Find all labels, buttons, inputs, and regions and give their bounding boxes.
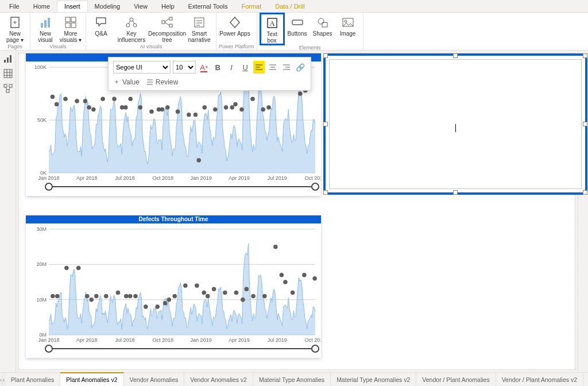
svg-point-151 — [252, 294, 256, 298]
svg-text:Jul 2019: Jul 2019 — [268, 175, 287, 181]
svg-point-91 — [203, 105, 207, 109]
ribbon-new-visual[interactable]: New visual — [33, 14, 58, 43]
underline-button[interactable]: U — [239, 61, 251, 74]
svg-point-95 — [233, 102, 237, 106]
svg-point-79 — [120, 105, 124, 109]
review-button[interactable]: Review — [146, 78, 178, 86]
svg-point-149 — [241, 298, 245, 302]
svg-point-153 — [273, 245, 277, 249]
svg-text:50K: 50K — [37, 117, 47, 123]
link-button[interactable]: 🔗 — [295, 61, 306, 74]
svg-rect-8 — [65, 23, 70, 28]
page-tab[interactable]: Vendor Anomalies v2 — [184, 373, 253, 386]
menu-format[interactable]: Format — [234, 1, 268, 12]
svg-point-134 — [124, 294, 128, 298]
align-left-button[interactable] — [253, 61, 265, 74]
ribbon-qna[interactable]: Q&A — [88, 14, 114, 43]
svg-text:Jul 2018: Jul 2018 — [115, 175, 135, 181]
menu-file[interactable]: File — [2, 1, 26, 12]
ribbon-new-page[interactable]: New page ▾ — [2, 14, 28, 43]
svg-text:Jul 2018: Jul 2018 — [115, 337, 135, 343]
svg-point-92 — [213, 107, 217, 111]
menu-view[interactable]: View — [127, 1, 154, 12]
bold-button[interactable]: B — [212, 61, 223, 74]
svg-point-94 — [230, 105, 234, 109]
ribbon-power-apps[interactable]: Power Apps — [219, 14, 251, 43]
svg-point-89 — [194, 113, 198, 117]
svg-point-161 — [312, 345, 319, 352]
font-family-select[interactable]: Segoe UI — [113, 61, 171, 74]
page-tab[interactable]: Vendor Anomalies — [124, 373, 185, 386]
svg-line-43 — [9, 87, 10, 90]
svg-rect-39 — [4, 84, 7, 87]
font-size-select[interactable]: 10 — [173, 61, 196, 74]
svg-rect-40 — [9, 84, 12, 87]
svg-point-128 — [76, 266, 80, 270]
font-color-button[interactable]: A▾ — [198, 61, 210, 74]
svg-point-140 — [167, 298, 171, 302]
page-tab[interactable]: Vendor / Plant Anomalies — [416, 373, 496, 386]
svg-point-82 — [138, 105, 142, 109]
page-tab[interactable]: Vendor / Plant Anomalies v2 — [496, 373, 583, 386]
report-view-icon[interactable] — [3, 54, 13, 63]
model-view-icon[interactable] — [3, 84, 13, 93]
svg-point-87 — [176, 110, 180, 114]
svg-point-160 — [45, 345, 52, 352]
svg-text:100K: 100K — [34, 64, 47, 70]
menu-home[interactable]: Home — [26, 1, 57, 12]
ribbon-text-box[interactable]: AText box — [260, 13, 285, 45]
svg-rect-9 — [71, 23, 76, 28]
svg-text:Oct 2019: Oct 2019 — [305, 175, 321, 181]
svg-text:Apr 2019: Apr 2019 — [229, 175, 250, 181]
svg-point-141 — [173, 294, 177, 298]
menu-modeling[interactable]: Modeling — [88, 1, 127, 12]
svg-line-14 — [133, 21, 134, 24]
page-tab[interactable]: Plant Anomalies — [5, 373, 60, 386]
data-view-icon[interactable] — [3, 69, 13, 78]
page-tab[interactable]: Material Type Anomalies v2 — [331, 373, 416, 386]
align-right-button[interactable] — [281, 61, 292, 74]
svg-point-130 — [90, 298, 94, 302]
menu-insert[interactable]: Insert — [57, 1, 88, 12]
svg-rect-16 — [169, 17, 172, 20]
ribbon-key-influencers[interactable]: Key influencers — [114, 14, 149, 43]
svg-point-98 — [261, 107, 265, 111]
chart-card-2[interactable]: Defects Throughout Time 30M20M10M0MJan 2… — [26, 215, 321, 358]
svg-point-77 — [101, 97, 105, 101]
align-center-button[interactable] — [267, 61, 278, 74]
text-format-toolbar: Segoe UI 10 A▾ B I U 🔗 ＋ Value Review — [108, 57, 311, 91]
ribbon-shapes[interactable]: Shapes — [310, 14, 335, 44]
ribbon-smart-narrative[interactable]: Smart narrative — [185, 14, 214, 43]
report-canvas[interactable]: Segoe UI 10 A▾ B I U 🔗 ＋ Value Review 10… — [18, 53, 575, 370]
svg-line-19 — [165, 22, 169, 25]
svg-point-156 — [291, 291, 295, 295]
svg-point-103 — [298, 92, 302, 96]
menu-data-drill[interactable]: Data / Drill — [268, 1, 311, 12]
svg-point-129 — [85, 294, 89, 298]
svg-text:Apr 2018: Apr 2018 — [76, 337, 98, 343]
page-tab[interactable]: Plant Anomalies v2 — [60, 372, 123, 386]
italic-button[interactable]: I — [226, 61, 237, 74]
ribbon: New page ▾PagesNew visualMore visuals ▾V… — [0, 13, 588, 51]
ribbon-buttons[interactable]: Buttons — [285, 14, 310, 44]
svg-text:Jan 2019: Jan 2019 — [191, 337, 212, 343]
page-tab[interactable]: Material Type Anomalies — [253, 373, 331, 386]
svg-point-96 — [239, 107, 243, 111]
svg-point-78 — [113, 97, 117, 101]
ribbon-image[interactable]: Image — [335, 14, 361, 44]
svg-point-72 — [63, 97, 67, 101]
menu-help[interactable]: Help — [154, 1, 181, 12]
ribbon-decomp-tree[interactable]: Decomposition tree — [149, 14, 185, 43]
menu-external-tools[interactable]: External Tools — [181, 1, 235, 12]
svg-text:Jan 2019: Jan 2019 — [191, 175, 212, 181]
svg-text:Oct 2019: Oct 2019 — [305, 337, 321, 343]
ribbon-more-visuals[interactable]: More visuals ▾ — [58, 14, 83, 43]
svg-point-90 — [197, 158, 201, 162]
svg-text:10M: 10M — [36, 297, 47, 303]
svg-point-143 — [195, 284, 199, 288]
page-tab[interactable]: Vendor / Plant An — [583, 373, 588, 386]
chart-2-title: Defects Throughout Time — [26, 215, 321, 223]
menu-bar: FileHomeInsertModelingViewHelpExternal T… — [0, 0, 588, 13]
add-value-button[interactable]: ＋ Value — [113, 77, 140, 87]
inserted-text-box[interactable] — [323, 53, 587, 195]
